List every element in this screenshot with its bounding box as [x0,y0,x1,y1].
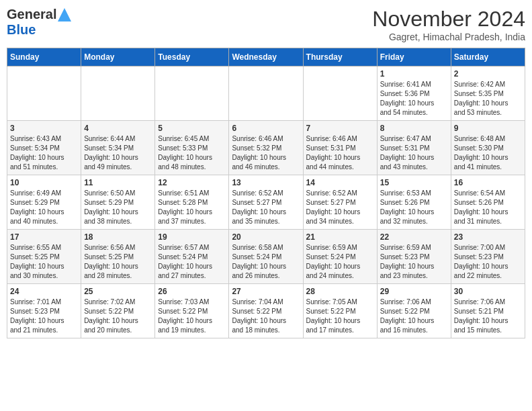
day-info: Sunrise: 7:03 AM Sunset: 5:22 PM Dayligh… [158,298,226,335]
calendar-cell: 13Sunrise: 6:52 AM Sunset: 5:27 PM Dayli… [229,175,303,230]
day-info: Sunrise: 6:59 AM Sunset: 5:24 PM Dayligh… [306,243,374,281]
day-info: Sunrise: 6:46 AM Sunset: 5:31 PM Dayligh… [306,134,374,172]
day-info: Sunrise: 7:00 AM Sunset: 5:23 PM Dayligh… [454,243,522,281]
day-number: 23 [454,232,522,242]
calendar-cell: 30Sunrise: 7:06 AM Sunset: 5:21 PM Dayli… [451,284,525,338]
day-info: Sunrise: 6:58 AM Sunset: 5:24 PM Dayligh… [232,243,300,281]
calendar-cell: 16Sunrise: 6:54 AM Sunset: 5:26 PM Dayli… [451,175,525,230]
day-info: Sunrise: 7:02 AM Sunset: 5:22 PM Dayligh… [84,298,152,335]
calendar-cell: 9Sunrise: 6:48 AM Sunset: 5:30 PM Daylig… [451,121,525,175]
calendar-cell: 12Sunrise: 6:51 AM Sunset: 5:28 PM Dayli… [155,175,229,230]
day-number: 28 [306,287,374,296]
day-info: Sunrise: 6:46 AM Sunset: 5:32 PM Dayligh… [232,134,300,172]
day-number: 24 [10,287,78,296]
day-info: Sunrise: 7:04 AM Sunset: 5:22 PM Dayligh… [232,298,300,335]
day-number: 13 [232,178,300,187]
day-info: Sunrise: 6:54 AM Sunset: 5:26 PM Dayligh… [454,189,522,226]
location-subtitle: Gagret, Himachal Pradesh, India [372,32,525,42]
day-info: Sunrise: 6:59 AM Sunset: 5:23 PM Dayligh… [380,243,448,281]
day-header-thursday: Thursday [303,48,377,66]
calendar-week-1: 1Sunrise: 6:41 AM Sunset: 5:36 PM Daylig… [7,66,525,121]
calendar-cell: 17Sunrise: 6:55 AM Sunset: 5:25 PM Dayli… [7,230,81,284]
day-header-wednesday: Wednesday [229,48,303,66]
day-info: Sunrise: 6:51 AM Sunset: 5:28 PM Dayligh… [158,189,226,226]
day-header-friday: Friday [377,48,451,66]
day-header-monday: Monday [81,48,155,66]
calendar-cell: 8Sunrise: 6:47 AM Sunset: 5:31 PM Daylig… [377,121,451,175]
day-header-saturday: Saturday [451,48,525,66]
day-info: Sunrise: 7:05 AM Sunset: 5:22 PM Dayligh… [306,298,374,335]
calendar-cell: 1Sunrise: 6:41 AM Sunset: 5:36 PM Daylig… [377,66,451,121]
logo-text-blue: Blue [7,22,36,37]
day-number: 18 [84,232,152,242]
calendar-cell: 28Sunrise: 7:05 AM Sunset: 5:22 PM Dayli… [303,284,377,338]
calendar-cell: 11Sunrise: 6:50 AM Sunset: 5:29 PM Dayli… [81,175,155,230]
calendar-cell: 22Sunrise: 6:59 AM Sunset: 5:23 PM Dayli… [377,230,451,284]
calendar-week-2: 3Sunrise: 6:43 AM Sunset: 5:34 PM Daylig… [7,121,525,175]
calendar-cell: 2Sunrise: 6:42 AM Sunset: 5:35 PM Daylig… [451,66,525,121]
calendar-cell [303,66,377,121]
calendar-body: 1Sunrise: 6:41 AM Sunset: 5:36 PM Daylig… [7,66,525,338]
calendar-cell [7,66,81,121]
calendar-cell: 7Sunrise: 6:46 AM Sunset: 5:31 PM Daylig… [303,121,377,175]
calendar-cell: 14Sunrise: 6:52 AM Sunset: 5:27 PM Dayli… [303,175,377,230]
day-info: Sunrise: 6:50 AM Sunset: 5:29 PM Dayligh… [84,189,152,226]
day-info: Sunrise: 6:52 AM Sunset: 5:27 PM Dayligh… [232,189,300,226]
logo-icon [58,8,71,21]
page-header: General Blue November 2024 Gagret, Himac… [7,7,525,42]
day-info: Sunrise: 6:41 AM Sunset: 5:36 PM Dayligh… [380,80,448,118]
day-info: Sunrise: 6:52 AM Sunset: 5:27 PM Dayligh… [306,189,374,226]
calendar-cell: 23Sunrise: 7:00 AM Sunset: 5:23 PM Dayli… [451,230,525,284]
calendar-cell [155,66,229,121]
day-info: Sunrise: 6:49 AM Sunset: 5:29 PM Dayligh… [10,189,78,226]
calendar-cell: 19Sunrise: 6:57 AM Sunset: 5:24 PM Dayli… [155,230,229,284]
calendar-cell: 25Sunrise: 7:02 AM Sunset: 5:22 PM Dayli… [81,284,155,338]
day-number: 4 [84,124,152,133]
logo-text-general: General [7,7,56,22]
calendar-cell: 27Sunrise: 7:04 AM Sunset: 5:22 PM Dayli… [229,284,303,338]
calendar-cell: 21Sunrise: 6:59 AM Sunset: 5:24 PM Dayli… [303,230,377,284]
day-number: 6 [232,124,300,133]
day-number: 3 [10,124,78,133]
day-number: 25 [84,287,152,296]
calendar-cell: 20Sunrise: 6:58 AM Sunset: 5:24 PM Dayli… [229,230,303,284]
calendar-cell: 24Sunrise: 7:01 AM Sunset: 5:23 PM Dayli… [7,284,81,338]
calendar-cell: 10Sunrise: 6:49 AM Sunset: 5:29 PM Dayli… [7,175,81,230]
calendar-cell: 3Sunrise: 6:43 AM Sunset: 5:34 PM Daylig… [7,121,81,175]
day-info: Sunrise: 6:43 AM Sunset: 5:34 PM Dayligh… [10,134,78,172]
day-number: 16 [454,178,522,187]
calendar-cell: 15Sunrise: 6:53 AM Sunset: 5:26 PM Dayli… [377,175,451,230]
calendar-cell: 26Sunrise: 7:03 AM Sunset: 5:22 PM Dayli… [155,284,229,338]
day-info: Sunrise: 6:47 AM Sunset: 5:31 PM Dayligh… [380,134,448,172]
day-number: 11 [84,178,152,187]
day-number: 10 [10,178,78,187]
day-number: 27 [232,287,300,296]
calendar-table: SundayMondayTuesdayWednesdayThursdayFrid… [7,48,525,338]
day-number: 22 [380,232,448,242]
day-number: 26 [158,287,226,296]
svg-marker-0 [58,8,71,21]
day-info: Sunrise: 6:53 AM Sunset: 5:26 PM Dayligh… [380,189,448,226]
day-number: 8 [380,124,448,133]
calendar-header-row: SundayMondayTuesdayWednesdayThursdayFrid… [7,48,525,66]
calendar-cell: 29Sunrise: 7:06 AM Sunset: 5:22 PM Dayli… [377,284,451,338]
day-header-tuesday: Tuesday [155,48,229,66]
calendar-cell: 4Sunrise: 6:44 AM Sunset: 5:34 PM Daylig… [81,121,155,175]
day-header-sunday: Sunday [7,48,81,66]
day-info: Sunrise: 6:45 AM Sunset: 5:33 PM Dayligh… [158,134,226,172]
day-info: Sunrise: 6:56 AM Sunset: 5:25 PM Dayligh… [84,243,152,281]
day-info: Sunrise: 6:55 AM Sunset: 5:25 PM Dayligh… [10,243,78,281]
calendar-cell: 6Sunrise: 6:46 AM Sunset: 5:32 PM Daylig… [229,121,303,175]
calendar-cell: 5Sunrise: 6:45 AM Sunset: 5:33 PM Daylig… [155,121,229,175]
calendar-week-4: 17Sunrise: 6:55 AM Sunset: 5:25 PM Dayli… [7,230,525,284]
day-number: 30 [454,287,522,296]
day-number: 1 [380,69,448,79]
logo: General Blue [7,7,71,38]
day-info: Sunrise: 7:01 AM Sunset: 5:23 PM Dayligh… [10,298,78,335]
day-number: 15 [380,178,448,187]
day-number: 9 [454,124,522,133]
calendar-week-5: 24Sunrise: 7:01 AM Sunset: 5:23 PM Dayli… [7,284,525,338]
month-title: November 2024 [372,7,525,32]
calendar-cell: 18Sunrise: 6:56 AM Sunset: 5:25 PM Dayli… [81,230,155,284]
day-info: Sunrise: 7:06 AM Sunset: 5:21 PM Dayligh… [454,298,522,335]
